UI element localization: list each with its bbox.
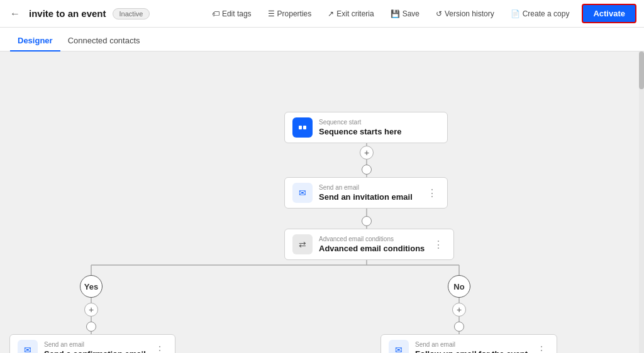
- properties-button[interactable]: ☰ Properties: [264, 7, 316, 21]
- activate-button[interactable]: Activate: [582, 4, 636, 23]
- send-invitation-text: Send an email Send an invitation email: [319, 184, 418, 202]
- email-icon-yes: ✉: [18, 340, 38, 353]
- followup-email-menu[interactable]: ⋮: [534, 343, 549, 354]
- add-node-button-no[interactable]: +: [452, 303, 466, 317]
- exit-criteria-button[interactable]: ↗ Exit criteria: [324, 7, 377, 21]
- send-confirmation-menu[interactable]: ⋮: [152, 343, 167, 354]
- tab-designer[interactable]: Designer: [10, 31, 60, 52]
- scrollbar-track: [639, 52, 644, 353]
- send-confirmation-text: Send an email Send a confirmation email: [44, 341, 146, 353]
- add-node-button-yes[interactable]: +: [84, 303, 98, 317]
- send-invitation-menu[interactable]: ⋮: [425, 186, 440, 200]
- connector-circle-1: [362, 165, 372, 175]
- sequence-start-icon: [292, 117, 313, 138]
- version-history-icon: ↺: [436, 9, 442, 18]
- yes-branch-label: Yes: [80, 275, 103, 298]
- canvas: Sequence start Sequence starts here + ✉ …: [0, 52, 644, 353]
- followup-email-text: Send an email Follow up email for the ev…: [415, 341, 528, 353]
- email-icon-1: ✉: [292, 183, 313, 203]
- advanced-conditions-main-menu[interactable]: ⋮: [431, 237, 446, 252]
- save-button[interactable]: 💾 Save: [387, 7, 423, 21]
- tag-icon: 🏷: [212, 9, 219, 18]
- edit-tags-button[interactable]: 🏷 Edit tags: [208, 7, 255, 21]
- exit-criteria-icon: ↗: [328, 9, 334, 18]
- copy-icon: 📄: [511, 9, 520, 18]
- email-icon-no: ✉: [389, 340, 409, 353]
- save-icon: 💾: [391, 9, 400, 18]
- add-node-button-1[interactable]: +: [360, 146, 374, 160]
- create-copy-button[interactable]: 📄 Create a copy: [507, 7, 574, 21]
- header-left: ← invite to an event Inactive: [8, 6, 150, 22]
- send-confirmation-email-node: ✉ Send an email Send a confirmation emai…: [9, 334, 175, 353]
- connector-circle-no: [454, 322, 464, 332]
- advanced-conditions-main-node: ⇄ Advanced email conditions Advanced ema…: [284, 229, 454, 260]
- send-invitation-email-node: ✉ Send an email Send an invitation email…: [284, 177, 448, 209]
- header: ← invite to an event Inactive 🏷 Edit tag…: [0, 0, 644, 28]
- sequence-start-node: Sequence start Sequence starts here: [284, 112, 448, 143]
- svg-rect-21: [303, 126, 306, 129]
- followup-email-node: ✉ Send an email Follow up email for the …: [380, 334, 557, 353]
- svg-rect-20: [299, 126, 302, 129]
- back-button[interactable]: ←: [8, 6, 23, 22]
- connector-circle-2: [362, 216, 372, 226]
- header-right: 🏷 Edit tags ☰ Properties ↗ Exit criteria…: [208, 4, 636, 23]
- advanced-conditions-main-text: Advanced email conditions Advanced email…: [319, 236, 425, 253]
- page-title: invite to an event: [29, 8, 106, 19]
- scrollbar-thumb[interactable]: [639, 52, 644, 89]
- status-badge: Inactive: [113, 8, 150, 19]
- tabs: Designer Connected contacts: [0, 28, 644, 52]
- properties-icon: ☰: [268, 9, 275, 18]
- tab-connected-contacts[interactable]: Connected contacts: [60, 31, 148, 52]
- version-history-button[interactable]: ↺ Version history: [432, 7, 498, 21]
- conditions-icon-main: ⇄: [292, 234, 313, 254]
- no-branch-label: No: [448, 275, 470, 298]
- connector-circle-yes: [86, 322, 96, 332]
- sequence-start-text: Sequence start Sequence starts here: [319, 119, 440, 136]
